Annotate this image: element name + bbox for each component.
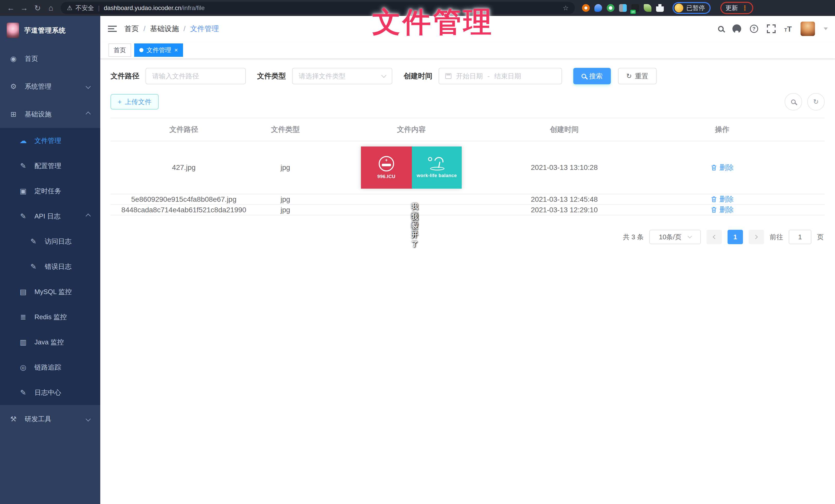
date-range-picker[interactable]: 开始日期 - 结束日期 xyxy=(439,68,562,84)
prev-page-button[interactable] xyxy=(707,230,722,244)
app-logo[interactable]: 芋道管理系统 xyxy=(0,16,100,45)
tab-home[interactable]: 首页 xyxy=(108,43,131,57)
chevron-down-icon xyxy=(688,234,692,238)
col-actions: 操作 xyxy=(619,125,825,134)
trash-icon xyxy=(711,164,717,171)
log-edit-icon: ✎ xyxy=(19,388,28,397)
active-tab-dot-icon xyxy=(139,48,143,52)
current-page-button[interactable]: 1 xyxy=(728,230,743,244)
extension-icon[interactable] xyxy=(644,4,651,12)
bookmark-star-icon[interactable]: ☆ xyxy=(563,4,569,12)
upload-file-button[interactable]: + 上传文件 xyxy=(110,94,159,109)
browser-forward-icon[interactable]: → xyxy=(18,4,31,12)
sidebar-item-config-management[interactable]: ✎ 配置管理 xyxy=(0,153,100,178)
user-avatar[interactable] xyxy=(800,22,815,36)
hamburger-icon[interactable] xyxy=(108,24,117,34)
breadcrumb-current: 文件管理 xyxy=(190,24,219,34)
security-warning-icon[interactable]: ⚠ xyxy=(67,4,73,12)
update-label: 更新 xyxy=(726,4,738,12)
file-path-value: 5e8609290e915c4fa8b08e67.jpg xyxy=(110,195,257,204)
sidebar-item-java-monitor[interactable]: ▥ Java 监控 xyxy=(0,330,100,355)
hospital-bed-icon xyxy=(379,156,394,171)
fullscreen-icon[interactable] xyxy=(767,24,776,33)
page-size-select[interactable]: 10条/页 xyxy=(649,230,701,244)
sidebar-item-scheduled-tasks[interactable]: ▣ 定时任务 xyxy=(0,178,100,204)
extension-icon[interactable] xyxy=(582,4,590,12)
help-icon[interactable]: ? xyxy=(750,25,758,33)
cloud-file-icon: ☁ xyxy=(19,136,28,145)
sidebar-item-dev-tools[interactable]: ⚒ 研发工具 xyxy=(0,405,100,433)
sidebar-item-trace[interactable]: ◎ 链路追踪 xyxy=(0,355,100,380)
delete-button[interactable]: 删除 xyxy=(711,163,734,172)
sidebar-item-error-log[interactable]: ✎ 错误日志 xyxy=(0,254,100,279)
toggle-search-button[interactable] xyxy=(785,93,802,110)
sidebar-item-file-management[interactable]: ☁ 文件管理 xyxy=(0,128,100,153)
monitor-icon: ▥ xyxy=(19,338,28,346)
url-separator: | xyxy=(98,4,100,12)
extension-icon[interactable] xyxy=(594,4,602,12)
search-button[interactable]: 搜索 xyxy=(573,68,611,84)
breadcrumb: 首页 / 基础设施 / 文件管理 xyxy=(124,24,219,34)
create-time-value: 2021-03-13 12:45:48 xyxy=(509,195,619,204)
delete-button[interactable]: 删除 xyxy=(711,205,734,215)
sidebar-item-log-center[interactable]: ✎ 日志中心 xyxy=(0,380,100,405)
file-path-input[interactable] xyxy=(145,68,246,84)
table-row: 5e8609290e915c4fa8b08e67.jpg jpg 我裂开了 20… xyxy=(110,194,825,205)
browser-update-button[interactable]: 更新 ⋮ xyxy=(720,2,753,14)
sidebar-item-access-log[interactable]: ✎ 访问日志 xyxy=(0,229,100,254)
gear-icon: ⚙ xyxy=(9,82,18,91)
browser-home-icon[interactable]: ⌂ xyxy=(44,4,58,12)
file-type-select[interactable]: 请选择文件类型 xyxy=(292,68,392,84)
browser-menu-dots-icon[interactable]: ⋮ xyxy=(741,4,748,12)
browser-back-icon[interactable]: ← xyxy=(4,4,18,12)
breadcrumb-section[interactable]: 基础设施 xyxy=(150,24,179,34)
search-form: 文件路径 文件类型 请选择文件类型 创建时间 开始日期 - 结束日期 搜索 xyxy=(110,68,825,84)
goto-prefix: 前往 xyxy=(770,233,783,241)
chevron-right-icon xyxy=(754,235,758,239)
reset-button[interactable]: ↻ 重置 xyxy=(618,68,657,84)
breadcrumb-home[interactable]: 首页 xyxy=(124,24,139,34)
database-icon: ▤ xyxy=(19,288,28,296)
search-icon xyxy=(582,74,586,78)
address-bar[interactable]: ⚠ 不安全 | dashboard.yudao.iocoder.cn /infr… xyxy=(61,2,575,14)
sidebar-item-system-management[interactable]: ⚙ 系统管理 xyxy=(0,72,100,100)
url-host: dashboard.yudao.iocoder.cn xyxy=(104,4,182,12)
tab-bar: 首页 文件管理 × xyxy=(100,42,835,59)
chevron-up-icon xyxy=(86,111,91,117)
sidebar-item-api-log[interactable]: ✎ API 日志 xyxy=(0,204,100,229)
page-annotation-watermark: 文件管理 xyxy=(372,3,494,41)
goto-page-input[interactable] xyxy=(789,230,811,244)
tab-close-icon[interactable]: × xyxy=(174,46,178,54)
puzzle-extensions-icon[interactable] xyxy=(656,4,664,12)
file-type-value: jpg xyxy=(257,195,314,204)
extension-icon[interactable] xyxy=(619,4,627,12)
calendar-icon xyxy=(445,73,451,79)
sidebar-item-home[interactable]: ◉ 首页 xyxy=(0,45,100,72)
extension-icon[interactable]: on xyxy=(631,4,639,12)
file-type-label: 文件类型 xyxy=(257,71,286,81)
file-path-label: 文件路径 xyxy=(110,71,139,81)
eye-icon: ◎ xyxy=(19,363,28,372)
avatar-dropdown-caret-icon[interactable] xyxy=(824,27,828,30)
chevron-down-icon xyxy=(86,84,91,89)
profile-paused-badge[interactable]: 已暂停 xyxy=(673,2,711,14)
col-file-path: 文件路径 xyxy=(110,125,257,134)
sidebar: 芋道管理系统 ◉ 首页 ⚙ 系统管理 ⊞ 基础设施 ☁ 文件管理 ✎ 配置管理 xyxy=(0,16,100,504)
sidebar-item-mysql-monitor[interactable]: ▤ MySQL 监控 xyxy=(0,279,100,304)
sidebar-item-infrastructure[interactable]: ⊞ 基础设施 xyxy=(0,100,100,128)
file-preview-image[interactable]: 996.ICU work-life balance xyxy=(361,147,462,189)
create-time-value: 2021-03-13 12:29:10 xyxy=(509,206,619,214)
refresh-button[interactable]: ↻ xyxy=(807,93,825,110)
sidebar-item-redis-monitor[interactable]: ≣ Redis 监控 xyxy=(0,304,100,330)
goto-suffix: 页 xyxy=(817,233,824,241)
github-icon[interactable] xyxy=(732,24,741,33)
next-page-button[interactable] xyxy=(749,230,764,244)
tab-file-management[interactable]: 文件管理 × xyxy=(134,43,183,57)
browser-reload-icon[interactable]: ↻ xyxy=(31,4,44,13)
delete-button[interactable]: 删除 xyxy=(711,194,734,204)
extension-icon[interactable] xyxy=(607,4,614,12)
search-icon[interactable] xyxy=(718,26,724,31)
security-label: 不安全 xyxy=(76,4,94,12)
font-size-icon[interactable] xyxy=(785,24,792,34)
col-create-time: 创建时间 xyxy=(509,125,619,134)
